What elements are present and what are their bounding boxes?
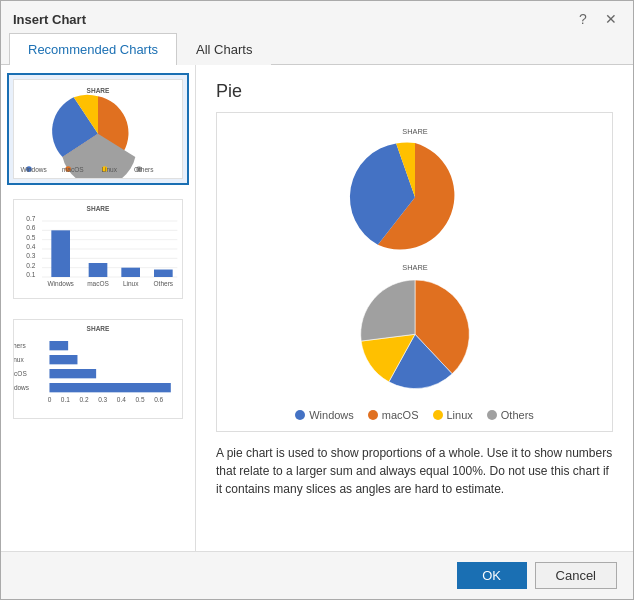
macos-dot <box>368 410 378 420</box>
others-dot <box>487 410 497 420</box>
svg-rect-38 <box>49 355 77 364</box>
close-button[interactable]: ✕ <box>601 9 621 29</box>
svg-text:Others: Others <box>134 166 154 173</box>
chart-detail-panel: Pie SHARE <box>196 65 633 551</box>
legend-linux: Linux <box>433 409 473 421</box>
svg-text:0.7: 0.7 <box>26 215 35 222</box>
svg-text:0.3: 0.3 <box>98 396 107 403</box>
chart-thumbnails-panel: SHARE Windows macOS <box>1 65 196 551</box>
svg-rect-39 <box>49 369 96 378</box>
hbar-thumb-preview: SHARE Others Linux macOS Windows 0 0. <box>13 319 183 419</box>
chart-thumb-pie[interactable]: SHARE Windows macOS <box>7 73 189 185</box>
svg-text:SHARE: SHARE <box>87 205 110 212</box>
pie-chart-svg: SHARE <box>275 123 555 260</box>
dialog-footer: OK Cancel <box>1 551 633 599</box>
chart-thumb-bar[interactable]: SHARE 0.7 0.6 0.5 0.4 0.3 0.2 0.1 <box>7 193 189 305</box>
svg-text:0.1: 0.1 <box>61 396 70 403</box>
windows-dot <box>295 410 305 420</box>
svg-text:SHARE: SHARE <box>87 87 110 94</box>
svg-text:Others: Others <box>154 280 174 287</box>
svg-text:0.5: 0.5 <box>26 234 35 241</box>
ok-button[interactable]: OK <box>457 562 527 589</box>
chart-legend: Windows macOS Linux Others <box>295 409 534 421</box>
svg-text:macOS: macOS <box>14 370 27 377</box>
windows-label: Windows <box>309 409 354 421</box>
svg-text:0.6: 0.6 <box>154 396 163 403</box>
svg-text:0.5: 0.5 <box>135 396 144 403</box>
help-button[interactable]: ? <box>573 9 593 29</box>
svg-rect-26 <box>121 268 140 277</box>
svg-text:Others: Others <box>14 342 26 349</box>
svg-text:Windows: Windows <box>20 166 47 173</box>
svg-rect-25 <box>89 263 108 277</box>
linux-dot <box>433 410 443 420</box>
svg-text:Linux: Linux <box>123 280 139 287</box>
svg-rect-24 <box>51 230 70 277</box>
svg-text:macOS: macOS <box>62 166 84 173</box>
svg-text:0.4: 0.4 <box>26 243 35 250</box>
svg-text:Windows: Windows <box>14 384 30 391</box>
dialog-title: Insert Chart <box>13 12 86 27</box>
svg-text:SHARE: SHARE <box>402 263 428 272</box>
chart-thumb-hbar[interactable]: SHARE Others Linux macOS Windows 0 0. <box>7 313 189 425</box>
svg-rect-40 <box>49 383 170 392</box>
tab-bar: Recommended Charts All Charts <box>1 33 633 65</box>
svg-text:0.1: 0.1 <box>26 271 35 278</box>
insert-chart-dialog: Insert Chart ? ✕ Recommended Charts All … <box>0 0 634 600</box>
svg-text:Linux: Linux <box>14 356 24 363</box>
svg-text:0.3: 0.3 <box>26 252 35 259</box>
selected-chart-title: Pie <box>216 81 613 102</box>
linux-label: Linux <box>447 409 473 421</box>
svg-text:SHARE: SHARE <box>402 127 428 136</box>
svg-text:0.4: 0.4 <box>117 396 126 403</box>
macos-label: macOS <box>382 409 419 421</box>
tab-all-charts[interactable]: All Charts <box>177 33 271 65</box>
bar-thumb-preview: SHARE 0.7 0.6 0.5 0.4 0.3 0.2 0.1 <box>13 199 183 299</box>
svg-rect-27 <box>154 270 173 277</box>
main-content: SHARE Windows macOS <box>1 65 633 551</box>
svg-text:0.6: 0.6 <box>26 224 35 231</box>
svg-rect-37 <box>49 341 68 350</box>
svg-text:macOS: macOS <box>87 280 109 287</box>
svg-text:Windows: Windows <box>47 280 74 287</box>
others-label: Others <box>501 409 534 421</box>
svg-text:0: 0 <box>48 396 52 403</box>
chart-description-text: A pie chart is used to show proportions … <box>216 444 613 498</box>
title-bar-controls: ? ✕ <box>573 9 621 29</box>
legend-windows: Windows <box>295 409 354 421</box>
title-bar: Insert Chart ? ✕ <box>1 1 633 33</box>
svg-text:0.2: 0.2 <box>26 262 35 269</box>
pie-thumb-preview: SHARE Windows macOS <box>13 79 183 179</box>
tab-recommended-charts[interactable]: Recommended Charts <box>9 33 177 65</box>
pie-chart-main: SHARE <box>275 260 555 403</box>
legend-others: Others <box>487 409 534 421</box>
main-chart-preview: SHARE SHARE <box>216 112 613 432</box>
legend-macos: macOS <box>368 409 419 421</box>
svg-text:0.2: 0.2 <box>79 396 88 403</box>
cancel-button[interactable]: Cancel <box>535 562 617 589</box>
svg-text:SHARE: SHARE <box>87 325 110 332</box>
svg-text:Linux: Linux <box>101 166 117 173</box>
